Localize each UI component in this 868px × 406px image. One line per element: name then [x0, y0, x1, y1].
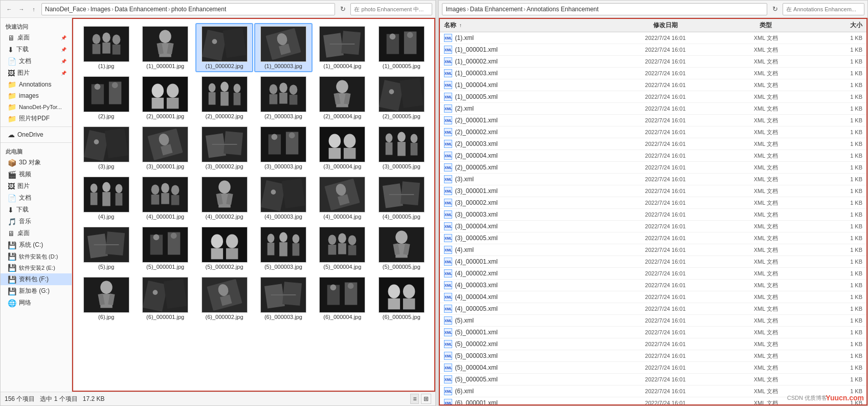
sidebar-item-music[interactable]: 🎵 音乐: [1, 216, 72, 227]
list-row[interactable]: XML (4).xml 2022/7/24 16:01 XML 文档 1 KB: [440, 244, 866, 256]
sidebar-item-video[interactable]: 🎬 视频: [1, 168, 72, 180]
list-row[interactable]: XML (3).xml 2022/7/24 16:01 XML 文档 1 KB: [440, 174, 866, 185]
sidebar-item-drive-c[interactable]: 💾 系统 (C:): [1, 239, 72, 251]
list-row[interactable]: XML (3)_000005.xml 2022/7/24 16:01 XML 文…: [440, 232, 866, 244]
file-item[interactable]: (4)_000002.jpg: [195, 174, 253, 223]
file-item[interactable]: (6)_000002.jpg: [195, 274, 253, 323]
file-item[interactable]: (4)_000003.jpg: [254, 174, 312, 223]
file-item[interactable]: (2)_000005.jpg: [372, 73, 430, 122]
list-row[interactable]: XML (2)_000004.xml 2022/7/24 16:01 XML 文…: [440, 150, 866, 162]
list-row[interactable]: XML (1)_000003.xml 2022/7/24 16:01 XML 文…: [440, 68, 866, 79]
sidebar-item-onedrive[interactable]: ☁ OneDrive: [1, 129, 72, 140]
file-item[interactable]: (6)_000005.jpg: [372, 274, 430, 323]
list-row[interactable]: XML (5)_000001.xml 2022/7/24 16:01 XML 文…: [440, 327, 866, 338]
file-item[interactable]: (5)_000001.jpg: [136, 224, 194, 273]
sidebar-item-desktop2[interactable]: 🖥 桌面: [1, 227, 72, 239]
sidebar-item-drive-f[interactable]: 💾 资料包 (F:): [1, 273, 72, 285]
list-row[interactable]: XML (5)_000003.xml 2022/7/24 16:01 XML 文…: [440, 350, 866, 362]
sidebar-item-pdf[interactable]: 📁 照片转PDF: [1, 113, 72, 124]
left-refresh-button[interactable]: ↻: [337, 4, 348, 15]
list-row[interactable]: XML (5).xml 2022/7/24 16:01 XML 文档 1 KB: [440, 315, 866, 327]
file-item[interactable]: (2)_000004.jpg: [314, 73, 371, 122]
file-item[interactable]: (4)_000004.jpg: [314, 174, 371, 223]
file-item[interactable]: (3).jpg: [77, 123, 135, 173]
sidebar-item-documents2[interactable]: 📄 文档: [1, 192, 72, 204]
file-item[interactable]: (3)_000005.jpg: [372, 123, 430, 173]
sidebar-item-images[interactable]: 📁 images: [1, 90, 72, 101]
list-row[interactable]: XML (2)_000002.xml 2022/7/24 16:01 XML 文…: [440, 126, 866, 138]
left-search-input[interactable]: [350, 3, 432, 15]
list-row[interactable]: XML (1)_000005.xml 2022/7/24 16:01 XML 文…: [440, 91, 866, 103]
right-address-path[interactable]: Images › Data Enhancement › Annotations …: [442, 3, 767, 15]
file-item[interactable]: (2)_000001.jpg: [136, 73, 194, 122]
list-row[interactable]: XML (4)_000003.xml 2022/7/24 16:01 XML 文…: [440, 280, 866, 291]
col-header-type[interactable]: 类型: [726, 21, 806, 30]
list-row[interactable]: XML (1)_000004.xml 2022/7/24 16:01 XML 文…: [440, 79, 866, 91]
left-address-path[interactable]: NanoDet_Face › Images › Data Enhancement…: [41, 3, 335, 15]
file-item[interactable]: (6)_000001.jpg: [136, 274, 194, 323]
sidebar-item-3dobjects[interactable]: 📦 3D 对象: [1, 157, 72, 168]
list-row[interactable]: XML (1)_000002.xml 2022/7/24 16:01 XML 文…: [440, 56, 866, 68]
list-row[interactable]: XML (4)_000001.xml 2022/7/24 16:01 XML 文…: [440, 256, 866, 268]
sidebar-item-drive-g[interactable]: 💾 新加卷 (G:): [1, 285, 72, 297]
file-item[interactable]: (6).jpg: [77, 274, 135, 323]
list-row[interactable]: XML (4)_000004.xml 2022/7/24 16:01 XML 文…: [440, 291, 866, 303]
grid-view-icon[interactable]: ⊞: [421, 394, 431, 404]
col-header-date[interactable]: 修改日期: [605, 21, 726, 30]
file-item[interactable]: (4)_000001.jpg: [136, 174, 194, 223]
list-row[interactable]: XML (5)_000005.xml 2022/7/24 16:01 XML 文…: [440, 374, 866, 386]
file-item[interactable]: (3)_000003.jpg: [254, 123, 312, 173]
list-row[interactable]: XML (2)_000003.xml 2022/7/24 16:01 XML 文…: [440, 138, 866, 150]
right-search-input[interactable]: [783, 3, 864, 15]
up-button[interactable]: ↑: [28, 4, 39, 15]
sidebar-item-nanodet[interactable]: 📁 NanoDet-PyTor...: [1, 101, 72, 113]
col-header-name[interactable]: 名称 ↑: [444, 21, 605, 30]
list-row[interactable]: XML (4)_000002.xml 2022/7/24 16:01 XML 文…: [440, 268, 866, 280]
list-row[interactable]: XML (1)_000001.xml 2022/7/24 16:01 XML 文…: [440, 44, 866, 56]
sidebar-item-downloads2[interactable]: ⬇ 下载: [1, 204, 72, 216]
right-refresh-button[interactable]: ↻: [769, 4, 781, 15]
file-item[interactable]: (3)_000001.jpg: [136, 123, 194, 173]
file-item[interactable]: (6)_000004.jpg: [314, 274, 371, 323]
sidebar-item-annotations[interactable]: 📁 Annotations: [1, 79, 72, 90]
file-item[interactable]: (2)_000003.jpg: [254, 73, 312, 122]
list-row[interactable]: XML (3)_000001.xml 2022/7/24 16:01 XML 文…: [440, 185, 866, 197]
list-row[interactable]: XML (3)_000002.xml 2022/7/24 16:01 XML 文…: [440, 197, 866, 209]
sidebar-item-pictures[interactable]: 🖼 图片 📌: [1, 67, 72, 79]
list-row[interactable]: XML (3)_000004.xml 2022/7/24 16:01 XML 文…: [440, 221, 866, 232]
forward-button[interactable]: →: [16, 4, 27, 15]
list-view-icon[interactable]: ≡: [410, 394, 419, 404]
list-row[interactable]: XML (2).xml 2022/7/24 16:01 XML 文档 1 KB: [440, 103, 866, 115]
file-item[interactable]: (4).jpg: [77, 174, 135, 223]
file-item[interactable]: (5)_000002.jpg: [195, 224, 253, 273]
list-row[interactable]: XML (1).xml 2022/7/24 16:01 XML 文档 1 KB: [440, 32, 866, 44]
file-item[interactable]: (5)_000005.jpg: [372, 224, 430, 273]
file-item[interactable]: (6)_000003.jpg: [254, 274, 312, 323]
file-item[interactable]: (1)_000003.jpg: [254, 23, 312, 72]
file-item[interactable]: (5).jpg: [77, 224, 135, 273]
col-header-size[interactable]: 大小: [806, 21, 862, 30]
file-item[interactable]: (4)_000005.jpg: [372, 174, 430, 223]
list-row[interactable]: XML (5)_000004.xml 2022/7/24 16:01 XML 文…: [440, 362, 866, 374]
file-item[interactable]: (3)_000004.jpg: [314, 123, 371, 173]
file-item[interactable]: (5)_000003.jpg: [254, 224, 312, 273]
list-row[interactable]: XML (2)_000005.xml 2022/7/24 16:01 XML 文…: [440, 162, 866, 174]
file-item[interactable]: (1)_000001.jpg: [136, 23, 194, 72]
back-button[interactable]: ←: [4, 4, 15, 15]
list-row[interactable]: XML (4)_000005.xml 2022/7/24 16:01 XML 文…: [440, 303, 866, 315]
file-item[interactable]: (2)_000002.jpg: [195, 73, 253, 122]
list-row[interactable]: XML (2)_000001.xml 2022/7/24 16:01 XML 文…: [440, 115, 866, 126]
file-item[interactable]: (1)_000004.jpg: [314, 23, 371, 72]
sidebar-item-desktop[interactable]: 🖥 桌面 📌: [1, 32, 72, 44]
file-item[interactable]: (2).jpg: [77, 73, 135, 122]
sidebar-item-drive-e[interactable]: 💾 软件安装2 (E:): [1, 262, 72, 273]
sidebar-item-documents[interactable]: 📄 文档 📌: [1, 55, 72, 67]
list-row[interactable]: XML (3)_000003.xml 2022/7/24 16:01 XML 文…: [440, 209, 866, 221]
file-item[interactable]: (1)_000005.jpg: [372, 23, 430, 72]
sidebar-item-downloads[interactable]: ⬇ 下载 📌: [1, 44, 72, 55]
sidebar-item-pictures2[interactable]: 🖼 图片: [1, 180, 72, 192]
list-row[interactable]: XML (5)_000002.xml 2022/7/24 16:01 XML 文…: [440, 338, 866, 350]
sidebar-item-drive-d[interactable]: 💾 软件安装包 (D:): [1, 251, 72, 262]
sidebar-item-network[interactable]: 🌐 网络: [1, 297, 72, 309]
file-item[interactable]: (1).jpg: [77, 23, 135, 72]
